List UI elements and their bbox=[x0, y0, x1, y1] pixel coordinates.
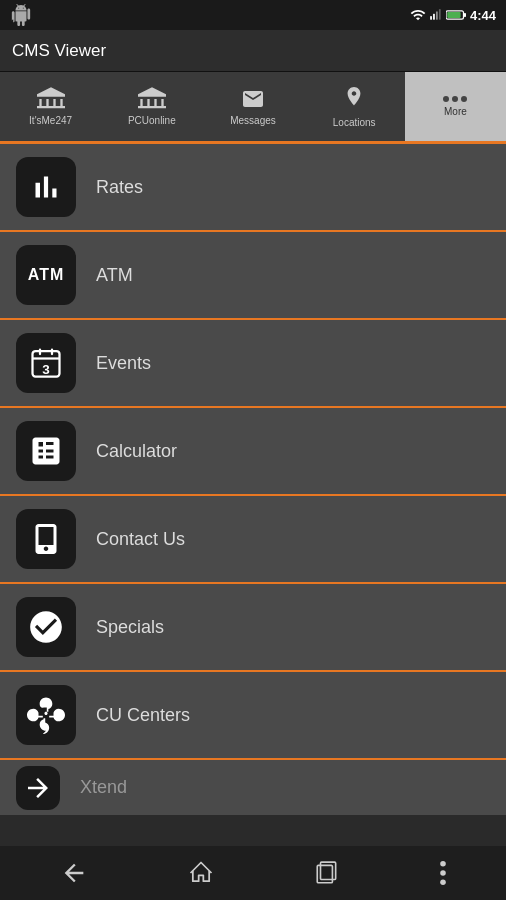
tab-label-more: More bbox=[444, 106, 467, 118]
overflow-menu-button[interactable] bbox=[423, 852, 463, 894]
phone-icon bbox=[28, 521, 64, 557]
location-icon bbox=[343, 85, 365, 113]
calculator-icon bbox=[28, 433, 64, 469]
tab-pcuonline[interactable]: PCUonline bbox=[101, 72, 202, 141]
tab-bar: It'sMe247 PCUonline Messages Locations M… bbox=[0, 72, 506, 144]
tab-locations[interactable]: Locations bbox=[304, 72, 405, 141]
tab-messages[interactable]: Messages bbox=[202, 72, 303, 141]
more-dots-icon bbox=[443, 96, 467, 102]
check-circle-icon bbox=[27, 608, 65, 646]
tab-label-itsme247: It'sMe247 bbox=[29, 115, 72, 127]
tab-label-messages: Messages bbox=[230, 115, 276, 127]
android-icon bbox=[10, 4, 32, 26]
tab-more[interactable]: More bbox=[405, 72, 506, 141]
cu-centers-label: CU Centers bbox=[96, 705, 190, 726]
contact-us-label: Contact Us bbox=[96, 529, 185, 550]
tab-label-pcuonline: PCUonline bbox=[128, 115, 176, 127]
home-button[interactable] bbox=[171, 851, 231, 895]
svg-rect-2 bbox=[436, 12, 438, 20]
svg-rect-1 bbox=[433, 14, 435, 20]
recent-button[interactable] bbox=[298, 852, 356, 894]
svg-point-12 bbox=[440, 870, 446, 876]
signal-icon bbox=[429, 7, 443, 23]
svg-text:3: 3 bbox=[42, 362, 50, 377]
xtend-icon bbox=[23, 773, 53, 803]
rates-label: Rates bbox=[96, 177, 143, 198]
events-label: Events bbox=[96, 353, 151, 374]
xtend-icon-wrap bbox=[16, 766, 60, 810]
specials-label: Specials bbox=[96, 617, 164, 638]
time-display: 4:44 bbox=[470, 8, 496, 23]
battery-icon bbox=[446, 9, 466, 21]
svg-rect-6 bbox=[447, 12, 460, 18]
status-bar-right: 4:44 bbox=[410, 7, 496, 23]
recent-icon bbox=[314, 860, 340, 886]
menu-item-events[interactable]: 3 Events bbox=[0, 320, 506, 408]
menu-item-contact-us[interactable]: Contact Us bbox=[0, 496, 506, 584]
atm-icon-wrap: ATM bbox=[16, 245, 76, 305]
bank-icon-2 bbox=[138, 87, 166, 111]
fan-icon bbox=[27, 696, 65, 734]
contact-icon-wrap bbox=[16, 509, 76, 569]
status-bar-left bbox=[10, 4, 32, 26]
app-title: CMS Viewer bbox=[12, 41, 106, 61]
svg-rect-3 bbox=[439, 9, 441, 20]
bar-chart-icon bbox=[28, 169, 64, 205]
status-icons bbox=[410, 7, 466, 23]
atm-label: ATM bbox=[96, 265, 133, 286]
svg-point-13 bbox=[440, 880, 446, 886]
atm-text-icon: ATM bbox=[28, 266, 64, 284]
status-bar: 4:44 bbox=[0, 0, 506, 30]
overflow-icon bbox=[439, 860, 447, 886]
back-icon bbox=[60, 859, 88, 887]
back-button[interactable] bbox=[44, 851, 104, 895]
bottom-nav bbox=[0, 846, 506, 900]
wifi-icon bbox=[410, 7, 426, 23]
menu-item-specials[interactable]: Specials bbox=[0, 584, 506, 672]
main-content: Rates ATM ATM 3 Events Calculator bbox=[0, 144, 506, 846]
tab-itsme247[interactable]: It'sMe247 bbox=[0, 72, 101, 141]
rates-icon-wrap bbox=[16, 157, 76, 217]
tab-label-locations: Locations bbox=[333, 117, 376, 129]
xtend-label: Xtend bbox=[80, 777, 127, 798]
events-icon-wrap: 3 bbox=[16, 333, 76, 393]
svg-point-11 bbox=[440, 861, 446, 867]
calculator-icon-wrap bbox=[16, 421, 76, 481]
menu-item-xtend[interactable]: Xtend bbox=[0, 760, 506, 815]
calendar-icon: 3 bbox=[28, 345, 64, 381]
cu-centers-icon-wrap bbox=[16, 685, 76, 745]
home-icon bbox=[187, 859, 215, 887]
svg-rect-5 bbox=[464, 13, 466, 17]
menu-item-cu-centers[interactable]: CU Centers bbox=[0, 672, 506, 760]
menu-item-atm[interactable]: ATM ATM bbox=[0, 232, 506, 320]
calculator-label: Calculator bbox=[96, 441, 177, 462]
bank-icon-1 bbox=[37, 87, 65, 111]
title-bar: CMS Viewer bbox=[0, 30, 506, 72]
svg-rect-0 bbox=[430, 16, 432, 20]
specials-icon-wrap bbox=[16, 597, 76, 657]
menu-item-rates[interactable]: Rates bbox=[0, 144, 506, 232]
messages-icon bbox=[239, 87, 267, 111]
menu-item-calculator[interactable]: Calculator bbox=[0, 408, 506, 496]
